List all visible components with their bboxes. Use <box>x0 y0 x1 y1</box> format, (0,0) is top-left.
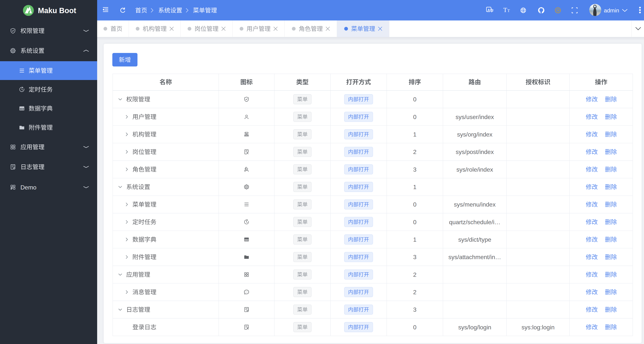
svg-text:sys:log:login: sys:log:login <box>522 324 554 331</box>
svg-text:sys/user/index: sys/user/index <box>456 114 494 120</box>
svg-text:3: 3 <box>413 306 416 313</box>
svg-text:sys/dict/type: sys/dict/type <box>458 236 491 243</box>
svg-text:2: 2 <box>413 148 416 155</box>
svg-text:0: 0 <box>413 324 416 331</box>
svg-text:T: T <box>507 8 510 13</box>
svg-text:sys/menu/index: sys/menu/index <box>454 201 496 208</box>
svg-text:sys/org/index: sys/org/index <box>457 131 492 138</box>
svg-text:quartz/schedule/i…: quartz/schedule/i… <box>449 219 500 226</box>
svg-text:0: 0 <box>413 96 416 103</box>
svg-text:2: 2 <box>413 289 416 295</box>
svg-text:sys/attachment/in…: sys/attachment/in… <box>448 254 501 260</box>
svg-text:sys/role/index: sys/role/index <box>456 166 493 173</box>
svg-text:0: 0 <box>413 201 416 208</box>
svg-text:1: 1 <box>413 236 416 243</box>
svg-text:A: A <box>488 8 490 12</box>
svg-text:Demo: Demo <box>20 184 36 191</box>
svg-text:1: 1 <box>413 131 416 138</box>
svg-text:2: 2 <box>413 271 416 278</box>
svg-text:Maku Boot: Maku Boot <box>38 7 76 15</box>
svg-text:sys/log/login: sys/log/login <box>458 324 491 331</box>
svg-text:3: 3 <box>413 166 416 173</box>
svg-text:0: 0 <box>413 114 416 120</box>
svg-text:0: 0 <box>413 219 416 226</box>
svg-text:sys/post/index: sys/post/index <box>456 148 494 155</box>
svg-text:admin: admin <box>604 7 619 14</box>
svg-text:3: 3 <box>413 254 416 260</box>
svg-text:1: 1 <box>413 184 416 190</box>
svg-text:T: T <box>503 7 507 13</box>
